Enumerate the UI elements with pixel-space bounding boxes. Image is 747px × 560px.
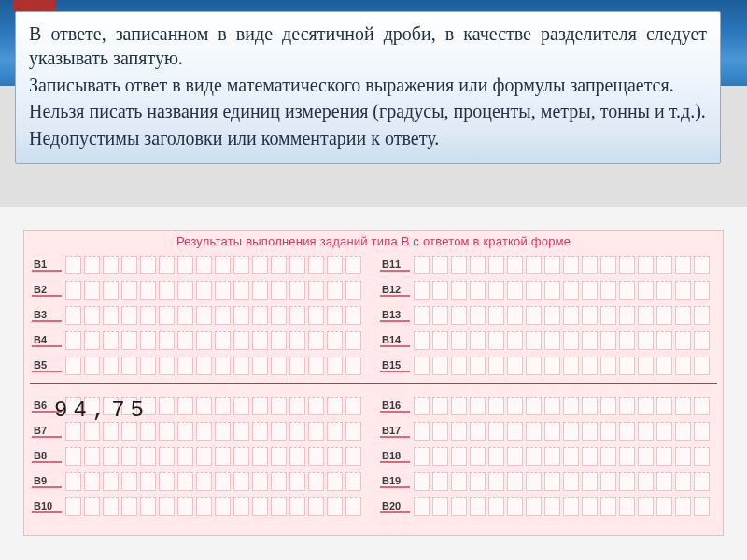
- answer-cell[interactable]: [694, 331, 710, 350]
- answer-cell[interactable]: [638, 281, 654, 300]
- answer-cell[interactable]: [694, 472, 710, 491]
- answer-cell[interactable]: [345, 472, 361, 491]
- answer-cell[interactable]: [600, 397, 616, 415]
- answer-cell[interactable]: [638, 422, 654, 441]
- answer-cell[interactable]: [544, 447, 560, 466]
- answer-cell[interactable]: [289, 357, 305, 375]
- answer-cell[interactable]: [656, 256, 672, 274]
- answer-cell[interactable]: [121, 357, 137, 375]
- answer-cell[interactable]: [215, 447, 231, 466]
- answer-cell[interactable]: [544, 331, 560, 350]
- answer-cell[interactable]: [252, 497, 268, 516]
- answer-cell[interactable]: [233, 331, 249, 350]
- answer-cell[interactable]: [414, 357, 430, 375]
- answer-cell[interactable]: [675, 397, 691, 415]
- answer-cell[interactable]: [619, 256, 635, 274]
- answer-cell[interactable]: [196, 447, 212, 466]
- answer-cell[interactable]: [140, 281, 156, 300]
- answer-cell[interactable]: [289, 281, 305, 300]
- answer-cell[interactable]: [694, 397, 710, 415]
- answer-cell[interactable]: [563, 497, 579, 516]
- answer-cell[interactable]: [196, 357, 212, 375]
- answer-cell[interactable]: [414, 256, 430, 274]
- answer-cell[interactable]: [619, 472, 635, 491]
- answer-cell[interactable]: [308, 306, 324, 325]
- answer-cell[interactable]: [345, 422, 361, 441]
- answer-cell[interactable]: [177, 357, 193, 375]
- answer-cell[interactable]: [65, 472, 81, 491]
- answer-cell[interactable]: [526, 256, 542, 274]
- answer-cell[interactable]: [563, 331, 579, 350]
- answer-cell[interactable]: [470, 306, 486, 325]
- answer-cell[interactable]: [308, 281, 324, 300]
- answer-cell[interactable]: [600, 256, 616, 274]
- answer-cell[interactable]: [507, 281, 523, 300]
- answer-cell[interactable]: [65, 497, 81, 516]
- answer-cell[interactable]: [140, 357, 156, 375]
- answer-cell[interactable]: [140, 331, 156, 350]
- answer-cell[interactable]: [65, 357, 81, 375]
- answer-cell[interactable]: [582, 331, 598, 350]
- answer-cell[interactable]: [308, 256, 324, 274]
- answer-cell[interactable]: [488, 422, 504, 441]
- answer-cell[interactable]: [103, 422, 119, 441]
- answer-cell[interactable]: [177, 256, 193, 274]
- answer-cell[interactable]: [308, 447, 324, 466]
- answer-cell[interactable]: [177, 281, 193, 300]
- answer-cell[interactable]: [252, 472, 268, 491]
- answer-cell[interactable]: [451, 397, 467, 415]
- answer-cell[interactable]: [65, 397, 81, 415]
- answer-cell[interactable]: [233, 422, 249, 441]
- answer-cell[interactable]: [140, 497, 156, 516]
- answer-cell[interactable]: [656, 447, 672, 466]
- answer-cell[interactable]: [103, 306, 119, 325]
- answer-cell[interactable]: [470, 472, 486, 491]
- answer-cell[interactable]: [488, 331, 504, 350]
- answer-cell[interactable]: [196, 422, 212, 441]
- answer-cell[interactable]: [140, 306, 156, 325]
- answer-cell[interactable]: [656, 397, 672, 415]
- answer-cell[interactable]: [507, 497, 523, 516]
- answer-cell[interactable]: [327, 472, 343, 491]
- answer-cell[interactable]: [544, 397, 560, 415]
- answer-cell[interactable]: [159, 306, 175, 325]
- answer-cell[interactable]: [252, 397, 268, 415]
- answer-cell[interactable]: [600, 472, 616, 491]
- answer-cell[interactable]: [289, 497, 305, 516]
- answer-cell[interactable]: [675, 447, 691, 466]
- answer-cell[interactable]: [526, 447, 542, 466]
- answer-cell[interactable]: [271, 397, 287, 415]
- answer-cell[interactable]: [582, 256, 598, 274]
- answer-cell[interactable]: [600, 422, 616, 441]
- answer-cell[interactable]: [451, 422, 467, 441]
- answer-cell[interactable]: [252, 256, 268, 274]
- answer-cell[interactable]: [694, 447, 710, 466]
- answer-cell[interactable]: [177, 306, 193, 325]
- answer-cell[interactable]: [694, 357, 710, 375]
- answer-cell[interactable]: [121, 472, 137, 491]
- answer-cell[interactable]: [432, 472, 448, 491]
- answer-cell[interactable]: [140, 256, 156, 274]
- answer-cell[interactable]: [544, 472, 560, 491]
- answer-cell[interactable]: [526, 306, 542, 325]
- answer-cell[interactable]: [451, 306, 467, 325]
- answer-cell[interactable]: [638, 256, 654, 274]
- answer-cell[interactable]: [619, 331, 635, 350]
- answer-cell[interactable]: [526, 422, 542, 441]
- answer-cell[interactable]: [196, 281, 212, 300]
- answer-cell[interactable]: [675, 281, 691, 300]
- answer-cell[interactable]: [451, 497, 467, 516]
- answer-cell[interactable]: [159, 497, 175, 516]
- answer-cell[interactable]: [582, 422, 598, 441]
- answer-cell[interactable]: [327, 497, 343, 516]
- answer-cell[interactable]: [177, 422, 193, 441]
- answer-cell[interactable]: [65, 447, 81, 466]
- answer-cell[interactable]: [694, 497, 710, 516]
- answer-cell[interactable]: [488, 357, 504, 375]
- answer-cell[interactable]: [582, 306, 598, 325]
- answer-cell[interactable]: [103, 397, 119, 415]
- answer-cell[interactable]: [345, 306, 361, 325]
- answer-cell[interactable]: [600, 447, 616, 466]
- answer-cell[interactable]: [84, 422, 100, 441]
- answer-cell[interactable]: [488, 397, 504, 415]
